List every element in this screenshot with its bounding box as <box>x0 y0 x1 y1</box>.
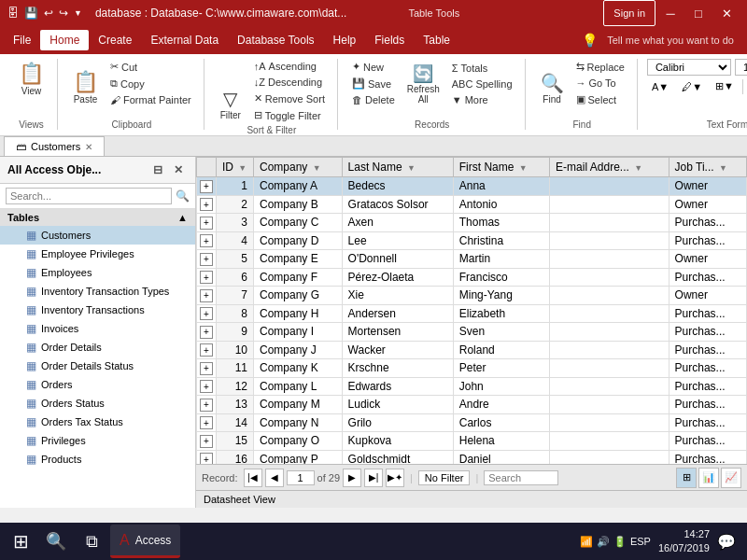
sign-in-button[interactable]: Sign in <box>603 0 655 26</box>
expand-button[interactable]: + <box>200 289 213 302</box>
paste-button[interactable]: 📋 Paste <box>67 67 104 107</box>
table-row[interactable]: + 7 Company G Xie Ming-Yang Owner <box>197 287 747 305</box>
table-row[interactable]: + 12 Company L Edwards John Purchas... <box>197 377 747 396</box>
volume-icon[interactable]: 🔊 <box>597 536 610 548</box>
header-job[interactable]: Job Ti... ▼ <box>669 158 746 177</box>
delete-button[interactable]: 🗑 Delete <box>347 92 400 107</box>
datasheet[interactable]: ID ▼ Company ▼ Last Name ▼ First Name <box>196 157 747 464</box>
sort-asc-button[interactable]: ↑A Ascending <box>249 59 330 74</box>
table-row[interactable]: + 8 Company H Andersen Elizabeth Purchas… <box>197 304 747 323</box>
start-button[interactable]: ⊞ <box>4 525 37 558</box>
menu-create[interactable]: Create <box>89 30 141 50</box>
sidebar-item-orders[interactable]: ▦ Orders <box>0 375 195 394</box>
sidebar-item-products[interactable]: ▦ Products <box>0 450 195 469</box>
quick-access-undo[interactable]: ↩ <box>44 7 53 20</box>
search-input[interactable] <box>484 470 558 485</box>
header-email[interactable]: E-mail Addre... ▼ <box>550 158 669 177</box>
expand-button[interactable]: + <box>200 453 213 464</box>
menu-table[interactable]: Table <box>414 30 459 50</box>
sidebar-item-privileges[interactable]: ▦ Privileges <box>0 431 195 450</box>
select-button[interactable]: ▣ Select <box>571 91 629 107</box>
menu-database-tools[interactable]: Database Tools <box>228 30 324 50</box>
cut-button[interactable]: ✂ Cut <box>106 59 196 75</box>
table-row[interactable]: + 14 Company N Grilo Carlos Purchas... <box>197 413 747 432</box>
quick-access-redo[interactable]: ↪ <box>59 7 68 20</box>
menu-external-data[interactable]: External Data <box>141 30 228 50</box>
tell-me-input[interactable]: Tell me what you want to do <box>598 31 743 49</box>
tab-close-button[interactable]: ✕ <box>85 142 92 152</box>
table-row[interactable]: + 3 Company C Axen Thomas Purchas... <box>197 214 747 232</box>
sidebar-item-orders-status[interactable]: ▦ Orders Status <box>0 394 195 413</box>
datasheet-view-button[interactable]: ⊞ <box>676 468 697 488</box>
more-button[interactable]: ▼ More <box>447 92 517 107</box>
sidebar-item-order-details-status[interactable]: ▦ Order Details Status <box>0 357 195 375</box>
font-family-select[interactable]: Calibri <box>647 59 731 76</box>
nav-first-button[interactable]: |◀ <box>244 469 262 487</box>
replace-button[interactable]: ⇆ Replace <box>571 59 629 75</box>
sidebar-item-invoices[interactable]: ▦ Invoices <box>0 319 195 338</box>
search-button[interactable]: 🔍 <box>39 525 73 558</box>
sidebar-item-inventory-transaction-types[interactable]: ▦ Inventory Transaction Types <box>0 282 195 301</box>
nav-prev-button[interactable]: ◀ <box>265 469 284 487</box>
task-view-button[interactable]: ⧉ <box>75 525 108 558</box>
quick-access-dropdown[interactable]: ▼ <box>74 8 82 18</box>
expand-button[interactable]: + <box>200 380 213 393</box>
menu-help[interactable]: Help <box>324 30 366 50</box>
header-first-name[interactable]: First Name ▼ <box>453 158 549 177</box>
spelling-button[interactable]: ABC Spelling <box>447 77 517 91</box>
header-id[interactable]: ID ▼ <box>217 158 254 177</box>
table-row[interactable]: + 1 Company A Bedecs Anna Owner <box>197 177 747 196</box>
table-row[interactable]: + 15 Company O Kupkova Helena Purchas... <box>197 432 747 451</box>
refresh-all-button[interactable]: 🔄 Refresh All <box>402 61 445 107</box>
menu-file[interactable]: File <box>4 30 40 50</box>
filter-button[interactable]: ▽ Filter <box>214 85 247 123</box>
expand-button[interactable]: + <box>200 416 213 429</box>
table-row[interactable]: + 16 Company P Goldschmidt Daniel Purcha… <box>197 450 747 464</box>
gridlines-button[interactable]: ⊞▼ <box>711 78 739 94</box>
font-color-button[interactable]: A▼ <box>647 79 673 94</box>
menu-fields[interactable]: Fields <box>365 30 414 50</box>
access-app-button[interactable]: A Access <box>110 525 180 558</box>
goto-button[interactable]: → Go To <box>571 76 629 91</box>
new-record-button[interactable]: ✦ New <box>347 59 400 75</box>
close-button[interactable]: ✕ <box>713 0 740 26</box>
customers-tab[interactable]: 🗃 Customers ✕ <box>4 136 105 156</box>
save-record-button[interactable]: 💾 Save <box>347 76 400 91</box>
expand-button[interactable]: + <box>200 307 213 320</box>
font-size-select[interactable]: 11 <box>735 59 747 76</box>
table-row[interactable]: + 11 Company K Krschne Peter Purchas... <box>197 359 747 378</box>
sort-desc-button[interactable]: ↓Z Descending <box>249 75 330 90</box>
nav-next-button[interactable]: ▶ <box>343 469 361 487</box>
toggle-filter-button[interactable]: ⊟ Toggle Filter <box>249 107 330 123</box>
sidebar-item-employees[interactable]: ▦ Employees <box>0 263 195 282</box>
expand-button[interactable]: + <box>200 217 213 230</box>
sidebar-filter-button[interactable]: ⊟ <box>148 161 167 179</box>
sidebar-item-orders-tax-status[interactable]: ▦ Orders Tax Status <box>0 413 195 431</box>
table-row[interactable]: + 4 Company D Lee Christina Purchas... <box>197 231 747 250</box>
table-row[interactable]: + 6 Company F Pérez-Olaeta Francisco Pur… <box>197 268 747 287</box>
header-company[interactable]: Company ▼ <box>254 158 343 177</box>
table-row[interactable]: + 5 Company E O'Donnell Martin Owner <box>197 250 747 269</box>
expand-button[interactable]: + <box>200 234 213 247</box>
network-icon[interactable]: 📶 <box>580 536 593 548</box>
format-painter-button[interactable]: 🖌 Format Painter <box>106 92 196 107</box>
table-row[interactable]: + 9 Company I Mortensen Sven Purchas... <box>197 323 747 342</box>
sidebar-item-customers[interactable]: ▦ Customers <box>0 226 195 245</box>
expand-button[interactable]: + <box>200 343 213 357</box>
sidebar-search-input[interactable] <box>6 188 172 204</box>
find-button[interactable]: 🔍 Find <box>535 69 570 107</box>
totals-button[interactable]: Σ Totals <box>447 61 517 76</box>
sidebar-section-tables[interactable]: Tables ▲ <box>0 209 195 226</box>
nav-last-button[interactable]: ▶| <box>364 469 383 487</box>
expand-button[interactable]: + <box>200 399 213 412</box>
expand-button[interactable]: + <box>200 326 213 339</box>
expand-button[interactable]: + <box>200 198 213 211</box>
expand-button[interactable]: + <box>200 253 213 266</box>
expand-button[interactable]: + <box>200 362 213 375</box>
table-row[interactable]: + 2 Company B Gratacos Solsor Antonio Ow… <box>197 195 747 214</box>
sidebar-item-employee-privileges[interactable]: ▦ Employee Privileges <box>0 245 195 263</box>
pivot-chart-button[interactable]: 📈 <box>721 468 741 488</box>
expand-button[interactable]: + <box>200 271 213 284</box>
expand-button[interactable]: + <box>200 435 213 448</box>
sidebar-item-inventory-transactions[interactable]: ▦ Inventory Transactions <box>0 301 195 319</box>
